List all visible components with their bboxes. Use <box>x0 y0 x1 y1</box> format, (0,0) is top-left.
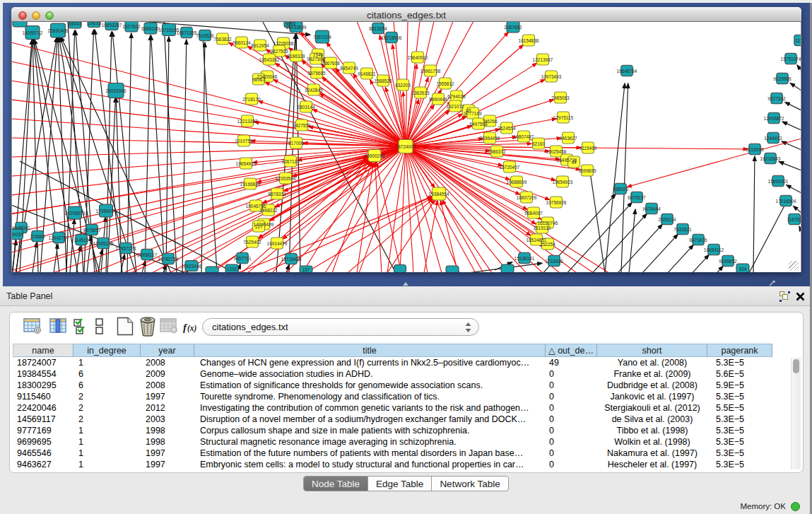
svg-text:9975857: 9975857 <box>83 228 101 233</box>
svg-text:18900295: 18900295 <box>365 153 385 158</box>
svg-text:16671355: 16671355 <box>177 30 197 35</box>
svg-text:18724007: 18724007 <box>396 144 416 149</box>
svg-text:10958117: 10958117 <box>137 252 158 257</box>
svg-text:17957223: 17957223 <box>116 246 136 251</box>
svg-text:3498222: 3498222 <box>259 208 278 213</box>
svg-text:10654112: 10654112 <box>704 247 724 252</box>
svg-text:9535061: 9535061 <box>12 226 30 230</box>
svg-text:62160: 62160 <box>532 141 545 146</box>
svg-text:16648784: 16648784 <box>617 69 637 74</box>
svg-text:15692901: 15692901 <box>768 179 789 184</box>
svg-text:9129966: 9129966 <box>773 76 792 81</box>
svg-text:16154838: 16154838 <box>519 38 539 43</box>
svg-text:924: 924 <box>739 267 747 271</box>
svg-text:10973493: 10973493 <box>541 74 562 79</box>
svg-text:9242845: 9242845 <box>305 88 323 93</box>
svg-text:8186328: 8186328 <box>287 54 305 59</box>
svg-text:7663822: 7663822 <box>213 37 232 42</box>
svg-text:(x): (x) <box>187 324 197 333</box>
svg-text:2087682: 2087682 <box>504 25 522 30</box>
svg-text:39154: 39154 <box>12 232 23 237</box>
svg-text:115689: 115689 <box>30 234 45 239</box>
svg-text:19635: 19635 <box>88 22 100 25</box>
svg-text:10807487: 10807487 <box>514 134 534 139</box>
svg-text:1362615: 1362615 <box>411 90 430 95</box>
svg-text:1527602: 1527602 <box>122 24 141 29</box>
svg-text:16914479: 16914479 <box>267 241 288 246</box>
svg-text:8878332: 8878332 <box>268 192 286 197</box>
svg-text:157: 157 <box>302 267 310 272</box>
svg-text:9660124: 9660124 <box>233 40 251 45</box>
svg-text:15136141: 15136141 <box>514 256 535 261</box>
svg-text:2867608: 2867608 <box>322 61 340 66</box>
svg-text:7625402: 7625402 <box>243 240 261 245</box>
svg-text:9245652: 9245652 <box>719 259 737 264</box>
svg-text:9699695: 9699695 <box>578 168 596 173</box>
svg-text:9146821: 9146821 <box>358 71 376 76</box>
svg-text:10923446: 10923446 <box>182 264 202 269</box>
svg-text:1010755: 1010755 <box>235 139 253 144</box>
svg-text:2803144: 2803144 <box>297 105 315 110</box>
svg-text:1292: 1292 <box>227 267 237 271</box>
svg-text:9684067: 9684067 <box>524 211 543 216</box>
svg-text:19654925: 19654925 <box>236 161 257 166</box>
svg-text:13226058: 13226058 <box>273 41 294 46</box>
svg-text:2935114: 2935114 <box>659 217 676 222</box>
svg-text:1588520: 1588520 <box>374 78 392 83</box>
svg-text:15720407: 15720407 <box>500 165 520 170</box>
svg-text:9474444: 9474444 <box>642 206 661 211</box>
svg-text:16120746: 16120746 <box>538 221 558 226</box>
svg-text:9427552: 9427552 <box>293 123 311 128</box>
svg-text:6794028: 6794028 <box>447 94 466 99</box>
svg-text:12213967: 12213967 <box>533 57 553 62</box>
svg-text:2718170: 2718170 <box>242 97 261 102</box>
svg-text:19218506: 19218506 <box>382 35 402 40</box>
svg-text:252254: 252254 <box>540 242 555 247</box>
svg-text:20691406: 20691406 <box>48 28 69 33</box>
svg-text:6479197: 6479197 <box>628 195 646 200</box>
svg-text:917006: 917006 <box>288 141 304 146</box>
svg-text:12093872: 12093872 <box>764 116 784 121</box>
svg-text:98963: 98963 <box>252 77 265 82</box>
svg-text:19166829: 19166829 <box>240 182 261 187</box>
svg-text:17016504: 17016504 <box>776 199 796 204</box>
svg-text:938923: 938923 <box>613 187 628 192</box>
svg-text:18807209: 18807209 <box>517 195 537 200</box>
svg-text:44: 44 <box>571 160 577 165</box>
svg-text:16033809: 16033809 <box>286 25 307 30</box>
svg-text:17359914: 17359914 <box>96 209 117 214</box>
svg-text:20206576: 20206576 <box>65 211 86 216</box>
svg-text:16782759: 16782759 <box>158 257 179 262</box>
svg-text:8215955: 8215955 <box>746 147 764 152</box>
svg-text:832203: 832203 <box>395 83 411 88</box>
svg-text:10543382: 10543382 <box>259 57 280 62</box>
svg-text:10653287: 10653287 <box>102 23 122 28</box>
svg-text:6466160: 6466160 <box>141 26 160 31</box>
svg-text:19384554: 19384554 <box>429 192 449 197</box>
svg-text:6497568: 6497568 <box>469 122 488 127</box>
svg-text:1244413: 1244413 <box>764 136 782 141</box>
svg-text:14055712: 14055712 <box>23 30 43 35</box>
svg-text:8454749: 8454749 <box>340 66 358 71</box>
svg-text:9227342: 9227342 <box>767 96 786 101</box>
svg-text:9457791: 9457791 <box>233 256 252 261</box>
svg-text:28053346: 28053346 <box>106 88 126 93</box>
svg-text:10756928: 10756928 <box>546 200 567 205</box>
svg-text:20364456: 20364456 <box>480 136 500 141</box>
svg-text:127: 127 <box>255 224 263 229</box>
svg-text:9115460: 9115460 <box>579 146 597 151</box>
svg-text:7986372: 7986372 <box>488 149 506 154</box>
svg-text:3267110: 3267110 <box>282 159 300 164</box>
svg-text:9827505: 9827505 <box>270 49 288 54</box>
svg-text:15640910: 15640910 <box>408 55 428 60</box>
svg-text:16043: 16043 <box>69 22 81 26</box>
svg-text:1733426: 1733426 <box>545 259 563 264</box>
svg-text:7515526: 7515526 <box>196 33 214 38</box>
svg-text:15751074: 15751074 <box>781 57 801 62</box>
svg-text:15716485: 15716485 <box>281 257 302 262</box>
svg-text:1615112: 1615112 <box>534 226 551 230</box>
svg-text:1112: 1112 <box>795 38 801 43</box>
svg-text:12942757: 12942757 <box>49 235 69 240</box>
svg-text:116753: 116753 <box>787 217 801 222</box>
svg-text:7485063: 7485063 <box>551 95 570 100</box>
